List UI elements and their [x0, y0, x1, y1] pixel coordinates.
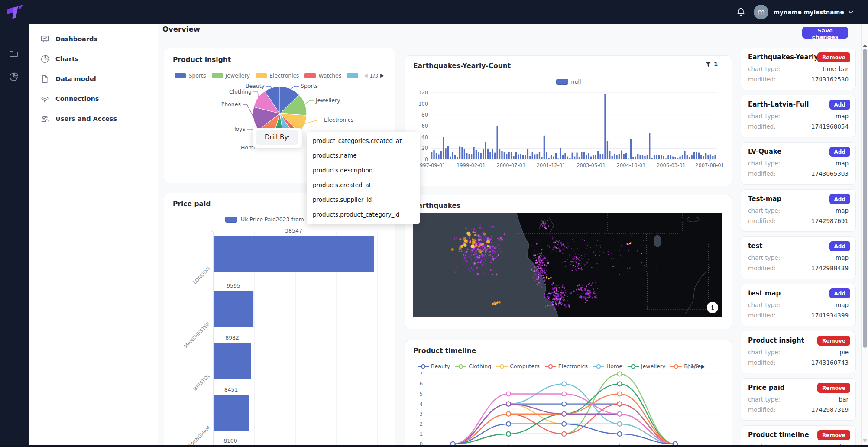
bar-category-label: MANCHESTER	[183, 321, 211, 349]
legend-label: Sports	[188, 72, 206, 79]
chart-card-row: chart type:map	[748, 113, 849, 120]
chart-list-card: Earthquakes-Yearly-CountRemovechart type…	[741, 48, 856, 90]
line-chart[interactable]: 01234567	[411, 367, 732, 447]
chart-card-value: 1742987691	[811, 217, 849, 224]
legend-item[interactable]: Jewellery	[212, 72, 250, 79]
drill-by-option[interactable]: products.supplier_id	[307, 192, 420, 207]
drill-by-label: Drill By:	[256, 130, 298, 145]
svg-text:2007-08-01: 2007-08-01	[695, 162, 723, 168]
sidebar-item-users-and-access[interactable]: Users and Access	[29, 109, 158, 129]
pie-chart-icon	[40, 55, 49, 64]
svg-text:120: 120	[418, 90, 428, 96]
sidebar-item-charts[interactable]: Charts	[29, 49, 158, 69]
chart-card-title: Product timeline	[748, 431, 823, 439]
drill-by-option[interactable]: product_categories.created_at	[307, 133, 420, 148]
drill-by-option[interactable]: products.name	[307, 148, 420, 163]
info-icon[interactable]: i	[707, 302, 718, 313]
svg-text:1: 1	[420, 431, 423, 437]
card-title: Product timeline	[413, 347, 476, 355]
svg-text:40: 40	[421, 134, 428, 140]
drill-by-option[interactable]: products.description	[307, 163, 420, 178]
horizontal-bar-chart[interactable]: 38547LONDON9595MANCHESTER8982BRISTOL8451…	[169, 214, 394, 447]
presentation-chart-icon	[40, 35, 49, 44]
remove-button[interactable]: Remove	[817, 383, 850, 393]
sidebar-item-dashboards[interactable]: Dashboards	[29, 29, 158, 49]
scroll-down-icon[interactable]	[863, 439, 867, 443]
svg-text:60: 60	[421, 123, 428, 129]
legend-item[interactable]	[347, 73, 358, 78]
sidebar-item-connections[interactable]: Connections	[29, 89, 158, 109]
scrollbar-track[interactable]	[861, 24, 868, 447]
app-logo[interactable]	[5, 3, 25, 22]
add-button[interactable]: Add	[829, 241, 850, 251]
legend-label: null	[571, 78, 581, 85]
legend-item[interactable]: Electronics	[256, 72, 299, 79]
pie-label: Sports	[301, 83, 318, 89]
filter-indicator[interactable]: 1	[705, 61, 718, 68]
legend-label: Watches	[318, 72, 341, 79]
pager-prev-icon[interactable]: ◀	[364, 73, 367, 78]
folder-icon[interactable]	[9, 49, 19, 58]
bar-legend[interactable]: null	[405, 78, 732, 85]
chart-list-card: LV-QuakeAddchart type:mapmodified:174306…	[741, 142, 856, 185]
window-edge	[0, 445, 868, 447]
wifi-icon	[40, 94, 49, 104]
pie-chart-icon[interactable]	[9, 72, 19, 82]
chart-card-title: Earthquakes-Yearly-Count	[748, 53, 823, 61]
chart-card-value: map	[836, 113, 849, 120]
earthquake-scatter-map[interactable]	[413, 213, 722, 317]
bell-icon[interactable]	[735, 6, 746, 18]
bar-value-label: 8982	[225, 334, 239, 341]
pie-label: Clothing	[229, 88, 252, 95]
card-title: Earthquakes	[413, 202, 460, 210]
legend-swatch	[212, 73, 223, 78]
legend-swatch	[556, 79, 568, 85]
add-button[interactable]: Add	[829, 194, 850, 204]
add-button[interactable]: Add	[829, 147, 850, 157]
svg-text:2001-12-01: 2001-12-01	[537, 162, 566, 168]
add-button[interactable]: Add	[829, 288, 850, 298]
page-title: Overview	[162, 25, 200, 33]
scroll-up-icon[interactable]	[863, 44, 867, 47]
legend-item[interactable]: Sports	[175, 72, 206, 79]
sidebar-item-label: Dashboards	[55, 36, 97, 42]
svg-text:100: 100	[418, 101, 428, 107]
drill-by-option[interactable]: products.product_category_id	[307, 207, 420, 222]
drill-by-option[interactable]: products.created_at	[307, 178, 420, 192]
remove-button[interactable]: Remove	[817, 52, 850, 62]
chart-card-row: modified:1741968054	[748, 123, 849, 130]
svg-text:6: 6	[420, 381, 423, 387]
pager-next-icon[interactable]: ▶	[380, 73, 384, 78]
save-changes-button[interactable]: Save changes	[802, 27, 848, 39]
legend-swatch	[304, 73, 316, 78]
sidebar: DashboardsChartsData modelConnectionsUse…	[29, 24, 158, 447]
time-bar-chart[interactable]: 0204060801001201997-09-011999-02-012000-…	[411, 85, 723, 178]
chart-list-card: test mapAddchart type:mapmodified:174193…	[741, 284, 856, 326]
sidebar-item-label: Users and Access	[55, 115, 117, 122]
sidebar-item-label: Connections	[55, 95, 99, 102]
legend-swatch	[256, 73, 267, 78]
legend-label: Electronics	[269, 72, 299, 79]
chart-card-row: modified:1741934399	[748, 312, 849, 319]
avatar[interactable]: m	[754, 5, 768, 19]
chart-card-value: 1742988439	[811, 265, 849, 272]
chevron-down-icon[interactable]	[848, 10, 854, 14]
remove-button[interactable]: Remove	[817, 430, 850, 440]
bar-category-label: BIRMINGHAM	[184, 424, 211, 447]
scrollbar-thumb[interactable]	[863, 49, 867, 348]
add-button[interactable]: Add	[829, 100, 850, 110]
chart-card-value: 1741968054	[811, 123, 849, 130]
chart-card-title: Price paid	[748, 384, 823, 392]
chart-list-card: Earth-Latvia-FullAddchart type:mapmodifi…	[741, 95, 856, 137]
app-root: m myname mylastname DashboardsChartsData…	[0, 0, 868, 447]
chart-card-row: modified:1742988439	[748, 265, 849, 272]
sidebar-item-data-model[interactable]: Data model	[29, 69, 158, 89]
user-name[interactable]: myname mylastname	[774, 5, 844, 19]
card-title: Earthquakes-Yearly-Count	[413, 62, 511, 70]
legend-item[interactable]: Watches	[304, 72, 341, 79]
remove-button[interactable]: Remove	[817, 336, 850, 346]
svg-text:4: 4	[420, 401, 423, 407]
chart-card-title: Test-map	[748, 195, 823, 203]
chart-list-card: Test-mapAddchart type:mapmodified:174298…	[741, 189, 856, 232]
chart-card-value: map	[836, 301, 849, 308]
